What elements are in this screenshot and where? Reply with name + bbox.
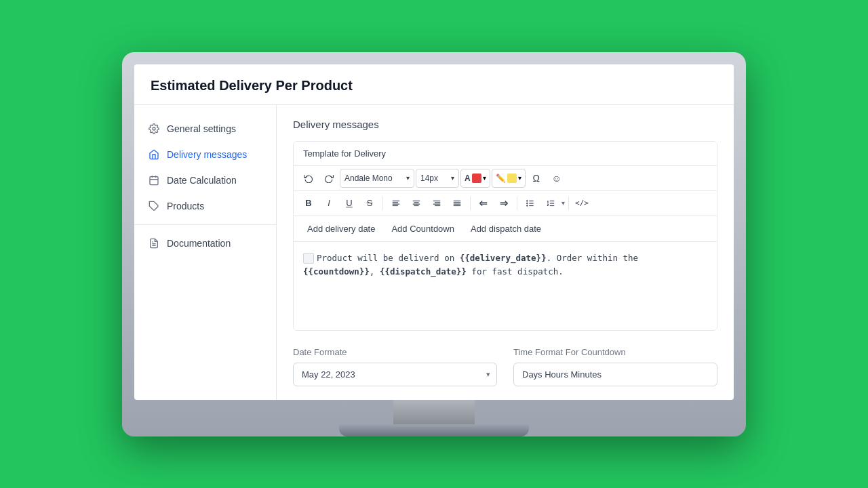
font-size-select[interactable]: 14px ▾ (416, 169, 459, 188)
date-format-label: Date Formate (293, 347, 497, 357)
add-delivery-date-button[interactable]: Add delivery date (299, 220, 383, 237)
tag-icon (148, 200, 160, 212)
strikethrough-button[interactable]: S (360, 194, 379, 213)
date-format-select-wrapper: May 22, 2023 22 May, 2023 2023-05-22 ▾ (293, 363, 497, 386)
monitor: Estimated Delivery Per Product General s… (122, 52, 746, 436)
toolbar-divider-3 (517, 197, 517, 210)
toolbar-row-1: Andale Mono ▾ 14px ▾ A ▾ (294, 166, 717, 191)
highlight-color-button[interactable]: ✏️ ▾ (492, 169, 526, 188)
sidebar-item-delivery-messages[interactable]: Delivery messages (134, 142, 276, 167)
font-chevron-icon: ▾ (406, 174, 410, 182)
font-color-icon: A (465, 174, 471, 183)
sidebar-item-documentation[interactable]: Documentation (134, 230, 276, 256)
main-content: Delivery messages Template for Delivery (277, 105, 734, 400)
text-color-swatch (472, 174, 481, 183)
sidebar-divider (134, 224, 276, 225)
font-size-value: 14px (420, 174, 438, 183)
monitor-base (339, 424, 529, 436)
sidebar-label-general-settings: General settings (167, 123, 236, 134)
sidebar-label-documentation: Documentation (167, 238, 231, 249)
app-header: Estimated Delivery Per Product (134, 64, 734, 105)
home-icon (148, 148, 160, 161)
bottom-section: Date Formate May 22, 2023 22 May, 2023 2… (293, 347, 717, 386)
toolbar-row-2: B I U S (294, 191, 717, 216)
highlight-color-swatch (507, 174, 517, 183)
toolbar-divider-1 (382, 197, 383, 210)
add-dispatch-date-button[interactable]: Add dispatch date (462, 220, 549, 237)
add-countdown-button[interactable]: Add Countdown (383, 220, 462, 237)
omega-button[interactable]: Ω (527, 169, 546, 188)
toolbar-divider-4 (568, 197, 569, 210)
align-right-button[interactable] (427, 194, 446, 213)
calendar-icon (148, 174, 160, 186)
template-box: Template for Delivery Andale Mono (293, 141, 717, 331)
font-family-value: Andale Mono (344, 174, 393, 183)
text-color-chevron-icon: ▾ (483, 174, 486, 182)
bold-button[interactable]: B (299, 194, 318, 213)
time-format-label: Time Format For Countdown (513, 347, 717, 357)
emoji-button[interactable]: ☺ (547, 169, 566, 188)
sidebar-item-products[interactable]: Products (134, 193, 276, 219)
redo-button[interactable] (319, 169, 338, 188)
template-header: Template for Delivery (294, 142, 717, 166)
svg-point-32 (527, 203, 528, 203)
time-format-input[interactable] (513, 363, 717, 386)
list-chevron-icon: ▾ (561, 199, 565, 207)
app-container: Estimated Delivery Per Product General s… (134, 64, 734, 400)
sidebar-item-date-calculation[interactable]: Date Calculation (134, 167, 276, 193)
unordered-list-button[interactable] (521, 194, 540, 213)
action-buttons-row: Add delivery date Add Countdown Add disp… (294, 216, 717, 242)
sidebar-label-products: Products (167, 201, 204, 211)
indent-button[interactable] (494, 194, 513, 213)
time-format-group: Time Format For Countdown (513, 347, 717, 386)
date-format-group: Date Formate May 22, 2023 22 May, 2023 2… (293, 347, 497, 386)
underline-button[interactable]: U (340, 194, 359, 213)
justify-button[interactable] (448, 194, 467, 213)
page-title: Estimated Delivery Per Product (151, 78, 717, 94)
italic-button[interactable]: I (319, 194, 338, 213)
date-format-select[interactable]: May 22, 2023 22 May, 2023 2023-05-22 (293, 363, 497, 386)
sidebar: General settings Delivery messages (134, 105, 277, 400)
monitor-screen: Estimated Delivery Per Product General s… (134, 64, 734, 400)
editor-content-icon (303, 253, 314, 264)
align-left-button[interactable] (387, 194, 406, 213)
highlight-icon: ✏️ (496, 174, 506, 183)
editor-content: Product will be deliverd on {{delivery_d… (303, 253, 638, 277)
source-code-button[interactable]: </> (572, 194, 591, 213)
font-family-select[interactable]: Andale Mono ▾ (340, 169, 414, 188)
align-center-button[interactable] (407, 194, 426, 213)
size-chevron-icon: ▾ (451, 174, 454, 182)
monitor-stand (134, 400, 734, 436)
highlight-chevron-icon: ▾ (518, 174, 521, 182)
toolbar-divider-2 (470, 197, 471, 210)
monitor-neck (393, 400, 475, 424)
svg-point-0 (153, 127, 155, 130)
svg-point-33 (527, 205, 528, 205)
svg-point-31 (527, 200, 528, 201)
editor-area[interactable]: Product will be deliverd on {{delivery_d… (294, 242, 717, 330)
outdent-button[interactable] (474, 194, 493, 213)
sidebar-label-date-calculation: Date Calculation (167, 175, 237, 186)
sidebar-label-delivery-messages: Delivery messages (167, 149, 247, 160)
svg-rect-1 (150, 176, 158, 184)
sidebar-item-general-settings[interactable]: General settings (134, 116, 276, 142)
ordered-list-button[interactable] (541, 194, 560, 213)
gear-icon (148, 123, 160, 135)
text-color-button[interactable]: A ▾ (460, 169, 490, 188)
section-title: Delivery messages (293, 119, 717, 130)
app-body: General settings Delivery messages (134, 105, 734, 400)
undo-button[interactable] (299, 169, 318, 188)
document-icon (148, 237, 160, 249)
